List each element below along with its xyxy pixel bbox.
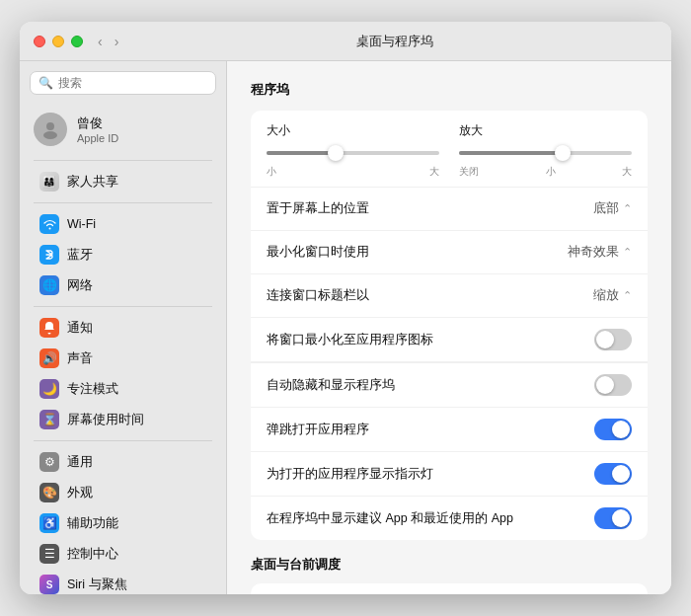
desktop-section-title: 桌面与台前调度 bbox=[251, 556, 648, 574]
forward-button[interactable]: › bbox=[112, 34, 122, 49]
notify-icon bbox=[39, 318, 59, 338]
sidebar-group-4: ⚙ 通用 🎨 外观 ♿ 辅助功能 ☰ 控制中心 S Siri 与聚焦 bbox=[20, 447, 226, 594]
sidebar-item-label-sound: 声音 bbox=[67, 350, 93, 367]
window-title: 桌面与程序坞 bbox=[131, 33, 657, 50]
close-button[interactable] bbox=[34, 36, 45, 47]
sidebar-item-access[interactable]: ♿ 辅助功能 bbox=[26, 508, 220, 538]
position-row[interactable]: 置于屏幕上的位置 底部 ⌃ bbox=[251, 188, 648, 231]
bounce-toggle[interactable] bbox=[594, 419, 632, 440]
autohide-row: 自动隐藏和显示程序坞 bbox=[251, 363, 648, 408]
main-panel: 程序坞 大小 bbox=[227, 61, 671, 594]
sidebar-item-label-control: 控制中心 bbox=[67, 546, 118, 563]
sidebar-item-screentime[interactable]: ⌛ 屏幕使用时间 bbox=[26, 405, 220, 434]
indicator-row: 为打开的应用程序显示指示灯 bbox=[251, 452, 648, 497]
sidebar-item-bluetooth[interactable]: 蓝牙 bbox=[26, 240, 220, 270]
autohide-label: 自动隐藏和显示程序坞 bbox=[267, 377, 594, 394]
minimize-to-icon-row: 将窗口最小化至应用程序图标 bbox=[251, 318, 648, 362]
minimize-to-icon-toggle[interactable] bbox=[594, 329, 632, 350]
search-bar[interactable]: 🔍 bbox=[30, 71, 216, 95]
dock-section-title: 程序坞 bbox=[251, 81, 648, 99]
connect-window-label: 连接窗口标题栏以 bbox=[267, 287, 593, 304]
position-value: 底部 ⌃ bbox=[593, 200, 632, 217]
svg-point-0 bbox=[46, 122, 54, 130]
system-preferences-window: ‹ › 桌面与程序坞 🔍 曾俊 Apple ID bbox=[20, 22, 671, 594]
search-icon: 🔍 bbox=[38, 76, 53, 90]
sidebar-item-family[interactable]: 👨‍👩‍👧 家人共享 bbox=[26, 167, 220, 196]
size-sublabels: 小 大 bbox=[267, 165, 439, 179]
sidebar-item-network[interactable]: 🌐 网络 bbox=[26, 270, 220, 300]
size-label: 大小 bbox=[267, 122, 439, 139]
show-items-row: 显示项目 ✓ 桌面上 在台前调度中 bbox=[251, 583, 648, 594]
minimize-label: 最小化窗口时使用 bbox=[267, 244, 568, 261]
sidebar-item-appearance[interactable]: 🎨 外观 bbox=[26, 478, 220, 507]
minimize-row[interactable]: 最小化窗口时使用 神奇效果 ⌃ bbox=[251, 231, 648, 274]
divider-3 bbox=[34, 306, 212, 307]
indicator-toggle[interactable] bbox=[594, 463, 632, 485]
user-subtitle: Apple ID bbox=[77, 132, 118, 144]
focus-icon: 🌙 bbox=[39, 379, 59, 399]
size-fill bbox=[267, 151, 336, 155]
position-chevron: ⌃ bbox=[623, 202, 632, 215]
control-icon: ☰ bbox=[39, 544, 59, 564]
size-small-label: 小 bbox=[267, 165, 276, 179]
sidebar-item-sound[interactable]: 🔊 声音 bbox=[26, 344, 220, 373]
sidebar-item-siri[interactable]: S Siri 与聚焦 bbox=[26, 570, 220, 594]
indicator-thumb bbox=[612, 465, 630, 483]
search-input[interactable] bbox=[58, 76, 207, 90]
suggested-apps-thumb bbox=[612, 509, 630, 527]
maximize-button[interactable] bbox=[71, 36, 83, 47]
magnify-thumb[interactable] bbox=[555, 145, 571, 161]
sidebar-item-notify[interactable]: 通知 bbox=[26, 313, 220, 343]
screentime-icon: ⌛ bbox=[39, 410, 59, 429]
content-area: 🔍 曾俊 Apple ID 👨‍👩‍👧 家人共享 bbox=[20, 61, 671, 594]
bounce-label: 弹跳打开应用程序 bbox=[267, 422, 594, 438]
family-icon: 👨‍👩‍👧 bbox=[39, 172, 59, 192]
sidebar-item-control[interactable]: ☰ 控制中心 bbox=[26, 539, 220, 569]
suggested-apps-row: 在程序坞中显示建议 App 和最近使用的 App bbox=[251, 497, 648, 540]
suggested-apps-toggle[interactable] bbox=[594, 507, 632, 529]
sidebar-item-label-screentime: 屏幕使用时间 bbox=[67, 412, 144, 428]
connect-window-row[interactable]: 连接窗口标题栏以 缩放 ⌃ bbox=[251, 274, 648, 318]
wifi-icon bbox=[39, 214, 59, 234]
size-track bbox=[267, 151, 439, 155]
magnify-label: 放大 bbox=[459, 122, 632, 139]
sidebar-group-3: 通知 🔊 声音 🌙 专注模式 ⌛ 屏幕使用时间 bbox=[20, 313, 226, 434]
user-info: 曾俊 Apple ID bbox=[77, 115, 118, 144]
traffic-lights bbox=[34, 36, 83, 47]
user-name: 曾俊 bbox=[77, 115, 118, 132]
size-slider-col: 大小 小 大 bbox=[267, 122, 439, 179]
sidebar-item-label-network: 网络 bbox=[67, 277, 93, 294]
size-slider[interactable] bbox=[267, 143, 439, 163]
sidebar: 🔍 曾俊 Apple ID 👨‍👩‍👧 家人共享 bbox=[20, 61, 227, 594]
sidebar-item-label-appearance: 外观 bbox=[67, 485, 93, 501]
sidebar-group-2: Wi-Fi 蓝牙 🌐 网络 bbox=[20, 209, 226, 300]
sidebar-item-label-focus: 专注模式 bbox=[67, 381, 118, 398]
back-button[interactable]: ‹ bbox=[95, 34, 106, 49]
access-icon: ♿ bbox=[39, 513, 59, 533]
user-section[interactable]: 曾俊 Apple ID bbox=[20, 105, 226, 154]
minimize-chevron: ⌃ bbox=[623, 246, 632, 259]
sidebar-item-label: 家人共享 bbox=[67, 174, 118, 191]
sidebar-item-label-notify: 通知 bbox=[67, 320, 93, 337]
sidebar-item-label-wifi: Wi-Fi bbox=[67, 217, 96, 231]
minimize-to-icon-label: 将窗口最小化至应用程序图标 bbox=[267, 332, 594, 348]
connect-window-value: 缩放 ⌃ bbox=[593, 287, 632, 304]
sound-icon: 🔊 bbox=[39, 348, 59, 368]
sidebar-group-1: 👨‍👩‍👧 家人共享 bbox=[20, 167, 226, 196]
size-thumb[interactable] bbox=[328, 145, 344, 161]
magnify-slider[interactable] bbox=[459, 143, 632, 163]
network-icon: 🌐 bbox=[39, 275, 59, 295]
minimize-button[interactable] bbox=[52, 36, 64, 47]
sidebar-item-focus[interactable]: 🌙 专注模式 bbox=[26, 374, 220, 404]
magnify-large-label: 大 bbox=[622, 165, 632, 179]
sidebar-item-general[interactable]: ⚙ 通用 bbox=[26, 447, 220, 477]
sidebar-item-label-general: 通用 bbox=[67, 454, 93, 471]
sidebar-item-label-bt: 蓝牙 bbox=[67, 247, 93, 264]
autohide-toggle[interactable] bbox=[594, 374, 632, 396]
sidebar-item-wifi[interactable]: Wi-Fi bbox=[26, 209, 220, 239]
slider-section: 大小 小 大 bbox=[251, 111, 648, 188]
connect-window-text: 缩放 bbox=[593, 287, 619, 304]
magnify-slider-col: 放大 关闭 小 大 bbox=[459, 122, 632, 179]
minimize-value: 神奇效果 ⌃ bbox=[568, 244, 632, 261]
nav-arrows: ‹ › bbox=[95, 34, 121, 49]
